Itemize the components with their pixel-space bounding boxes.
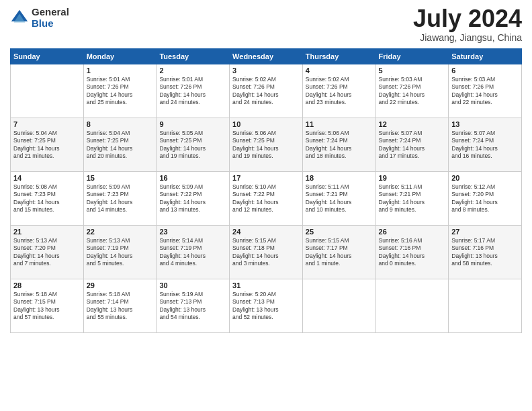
header: General Blue July 2024 Jiawang, Jiangsu,…	[10, 7, 522, 43]
col-tuesday: Tuesday	[157, 49, 230, 64]
day-info: Sunrise: 5:06 AM Sunset: 7:24 PM Dayligh…	[306, 130, 373, 161]
day-info: Sunrise: 5:11 AM Sunset: 7:21 PM Dayligh…	[379, 183, 446, 214]
day-number: 8	[87, 120, 154, 128]
day-number: 13	[451, 120, 519, 128]
calendar-week-5: 28Sunrise: 5:18 AM Sunset: 7:15 PM Dayli…	[11, 279, 522, 333]
day-info: Sunrise: 5:09 AM Sunset: 7:23 PM Dayligh…	[87, 183, 154, 214]
logo-icon	[10, 9, 29, 28]
day-number: 6	[451, 66, 519, 75]
day-number: 29	[87, 281, 154, 289]
day-info: Sunrise: 5:09 AM Sunset: 7:22 PM Dayligh…	[159, 183, 226, 214]
calendar-cell: 2Sunrise: 5:01 AM Sunset: 7:26 PM Daylig…	[157, 64, 230, 118]
calendar-cell: 9Sunrise: 5:05 AM Sunset: 7:25 PM Daylig…	[157, 118, 230, 172]
day-info: Sunrise: 5:03 AM Sunset: 7:26 PM Dayligh…	[451, 76, 519, 107]
day-number: 14	[13, 174, 81, 182]
day-number: 3	[232, 66, 300, 75]
calendar-cell: 25Sunrise: 5:15 AM Sunset: 7:17 PM Dayli…	[302, 226, 375, 279]
day-info: Sunrise: 5:07 AM Sunset: 7:24 PM Dayligh…	[379, 130, 446, 161]
day-info: Sunrise: 5:15 AM Sunset: 7:18 PM Dayligh…	[232, 237, 300, 268]
logo-general-text: General	[32, 7, 69, 18]
day-info: Sunrise: 5:16 AM Sunset: 7:16 PM Dayligh…	[379, 237, 446, 268]
day-info: Sunrise: 5:08 AM Sunset: 7:23 PM Dayligh…	[13, 183, 81, 214]
day-info: Sunrise: 5:02 AM Sunset: 7:26 PM Dayligh…	[306, 76, 373, 107]
calendar-cell: 16Sunrise: 5:09 AM Sunset: 7:22 PM Dayli…	[157, 172, 230, 226]
day-info: Sunrise: 5:01 AM Sunset: 7:26 PM Dayligh…	[87, 76, 154, 107]
col-sunday: Sunday	[11, 49, 84, 64]
day-info: Sunrise: 5:13 AM Sunset: 7:19 PM Dayligh…	[87, 237, 154, 268]
logo: General Blue	[10, 7, 69, 29]
day-info: Sunrise: 5:04 AM Sunset: 7:25 PM Dayligh…	[87, 130, 154, 161]
day-number: 30	[159, 281, 226, 289]
day-info: Sunrise: 5:12 AM Sunset: 7:20 PM Dayligh…	[451, 183, 519, 214]
day-info: Sunrise: 5:06 AM Sunset: 7:25 PM Dayligh…	[232, 130, 300, 161]
header-row: Sunday Monday Tuesday Wednesday Thursday…	[11, 49, 522, 64]
month-year-title: July 2024	[413, 7, 522, 31]
calendar-cell: 11Sunrise: 5:06 AM Sunset: 7:24 PM Dayli…	[302, 118, 375, 172]
calendar-cell	[375, 279, 449, 333]
calendar-cell: 5Sunrise: 5:03 AM Sunset: 7:26 PM Daylig…	[375, 64, 449, 118]
day-info: Sunrise: 5:07 AM Sunset: 7:24 PM Dayligh…	[451, 130, 519, 161]
day-number: 4	[306, 66, 373, 75]
day-number: 23	[159, 228, 226, 236]
calendar-cell	[449, 279, 522, 333]
calendar-cell: 23Sunrise: 5:14 AM Sunset: 7:19 PM Dayli…	[157, 226, 230, 279]
calendar-cell: 20Sunrise: 5:12 AM Sunset: 7:20 PM Dayli…	[449, 172, 522, 226]
calendar-cell: 17Sunrise: 5:10 AM Sunset: 7:22 PM Dayli…	[230, 172, 303, 226]
col-monday: Monday	[83, 49, 157, 64]
day-number: 15	[87, 174, 154, 182]
col-saturday: Saturday	[449, 49, 522, 64]
day-number: 31	[232, 281, 300, 289]
day-number: 22	[87, 228, 154, 236]
day-info: Sunrise: 5:14 AM Sunset: 7:19 PM Dayligh…	[159, 237, 226, 268]
day-number: 26	[379, 228, 446, 236]
calendar-week-1: 1Sunrise: 5:01 AM Sunset: 7:26 PM Daylig…	[11, 64, 522, 118]
day-number: 5	[379, 66, 446, 75]
calendar-cell: 26Sunrise: 5:16 AM Sunset: 7:16 PM Dayli…	[375, 226, 449, 279]
day-info: Sunrise: 5:11 AM Sunset: 7:21 PM Dayligh…	[306, 183, 373, 214]
calendar-cell: 31Sunrise: 5:20 AM Sunset: 7:13 PM Dayli…	[230, 279, 303, 333]
calendar-week-2: 7Sunrise: 5:04 AM Sunset: 7:25 PM Daylig…	[11, 118, 522, 172]
calendar-week-3: 14Sunrise: 5:08 AM Sunset: 7:23 PM Dayli…	[11, 172, 522, 226]
calendar-table: Sunday Monday Tuesday Wednesday Thursday…	[10, 48, 522, 333]
calendar-cell: 12Sunrise: 5:07 AM Sunset: 7:24 PM Dayli…	[375, 118, 449, 172]
calendar-cell: 8Sunrise: 5:04 AM Sunset: 7:25 PM Daylig…	[83, 118, 157, 172]
calendar-cell: 18Sunrise: 5:11 AM Sunset: 7:21 PM Dayli…	[302, 172, 375, 226]
calendar-cell: 4Sunrise: 5:02 AM Sunset: 7:26 PM Daylig…	[302, 64, 375, 118]
title-section: July 2024 Jiawang, Jiangsu, China	[413, 7, 522, 43]
day-number: 10	[232, 120, 300, 128]
calendar-cell: 24Sunrise: 5:15 AM Sunset: 7:18 PM Dayli…	[230, 226, 303, 279]
day-info: Sunrise: 5:04 AM Sunset: 7:25 PM Dayligh…	[13, 130, 81, 161]
col-friday: Friday	[375, 49, 449, 64]
day-number: 11	[306, 120, 373, 128]
day-number: 21	[13, 228, 81, 236]
col-wednesday: Wednesday	[230, 49, 303, 64]
page-container: General Blue July 2024 Jiawang, Jiangsu,…	[0, 0, 532, 411]
calendar-week-4: 21Sunrise: 5:13 AM Sunset: 7:20 PM Dayli…	[11, 226, 522, 279]
day-info: Sunrise: 5:03 AM Sunset: 7:26 PM Dayligh…	[379, 76, 446, 107]
day-number: 18	[306, 174, 373, 182]
day-info: Sunrise: 5:15 AM Sunset: 7:17 PM Dayligh…	[306, 237, 373, 268]
day-info: Sunrise: 5:17 AM Sunset: 7:16 PM Dayligh…	[451, 237, 519, 268]
calendar-cell: 1Sunrise: 5:01 AM Sunset: 7:26 PM Daylig…	[83, 64, 157, 118]
calendar-cell: 29Sunrise: 5:18 AM Sunset: 7:14 PM Dayli…	[83, 279, 157, 333]
day-info: Sunrise: 5:02 AM Sunset: 7:26 PM Dayligh…	[232, 76, 300, 107]
day-number: 7	[13, 120, 81, 128]
calendar-cell: 30Sunrise: 5:19 AM Sunset: 7:13 PM Dayli…	[157, 279, 230, 333]
calendar-cell: 21Sunrise: 5:13 AM Sunset: 7:20 PM Dayli…	[11, 226, 84, 279]
logo-blue-text: Blue	[32, 18, 69, 30]
calendar-cell: 27Sunrise: 5:17 AM Sunset: 7:16 PM Dayli…	[449, 226, 522, 279]
calendar-cell: 3Sunrise: 5:02 AM Sunset: 7:26 PM Daylig…	[230, 64, 303, 118]
day-info: Sunrise: 5:05 AM Sunset: 7:25 PM Dayligh…	[159, 130, 226, 161]
calendar-cell: 10Sunrise: 5:06 AM Sunset: 7:25 PM Dayli…	[230, 118, 303, 172]
calendar-cell	[11, 64, 84, 118]
day-info: Sunrise: 5:19 AM Sunset: 7:13 PM Dayligh…	[159, 291, 226, 322]
day-number: 17	[232, 174, 300, 182]
day-number: 12	[379, 120, 446, 128]
logo-text: General Blue	[32, 7, 69, 29]
day-number: 1	[87, 66, 154, 75]
day-info: Sunrise: 5:01 AM Sunset: 7:26 PM Dayligh…	[159, 76, 226, 107]
day-number: 19	[379, 174, 446, 182]
day-info: Sunrise: 5:13 AM Sunset: 7:20 PM Dayligh…	[13, 237, 81, 268]
day-number: 20	[451, 174, 519, 182]
calendar-cell: 28Sunrise: 5:18 AM Sunset: 7:15 PM Dayli…	[11, 279, 84, 333]
